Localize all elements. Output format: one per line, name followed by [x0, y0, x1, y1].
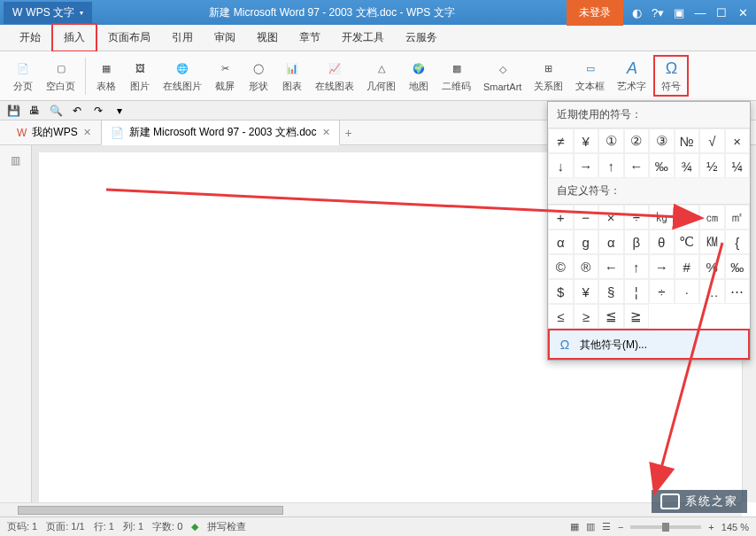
tab-mywps[interactable]: W 我的WPS ✕	[7, 120, 101, 145]
symbol-cell[interactable]: α	[548, 229, 574, 254]
symbol-cell[interactable]: ℃	[675, 229, 700, 254]
symbol-cell[interactable]: β	[624, 229, 650, 254]
view-outline-icon[interactable]: ☰	[602, 521, 611, 532]
more-symbols-button[interactable]: Ω 其他符号(M)...	[548, 329, 750, 360]
symbol-cell[interactable]: ®	[574, 254, 599, 279]
symbol-cell[interactable]: ≦	[598, 304, 624, 329]
close-icon[interactable]: ✕	[83, 127, 91, 138]
symbol-cell[interactable]: ①	[598, 128, 624, 153]
ribbon-symbol[interactable]: Ω符号	[653, 55, 689, 97]
symbol-cell[interactable]: ↑	[624, 254, 650, 279]
tab-document[interactable]: 📄 新建 Microsoft Word 97 - 2003 文档.doc ✕	[101, 120, 340, 145]
login-button[interactable]: 未登录	[567, 0, 623, 26]
symbol-cell[interactable]: ‰	[649, 153, 675, 178]
zoom-in-button[interactable]: +	[708, 522, 714, 532]
symbol-cell[interactable]: ×	[598, 205, 624, 229]
ribbon-wordart[interactable]: A艺术字	[612, 57, 652, 95]
symbol-cell[interactable]: ¥	[574, 279, 599, 304]
symbol-cell[interactable]: ≧	[624, 304, 650, 329]
status-pages[interactable]: 页面: 1/1	[46, 520, 84, 533]
symbol-cell[interactable]: {	[725, 229, 751, 254]
ribbon-map[interactable]: 🌍地图	[403, 57, 435, 95]
skin-icon[interactable]: ◐	[627, 4, 646, 21]
menu-insert[interactable]: 插入	[51, 23, 97, 52]
add-tab-button[interactable]: +	[345, 126, 352, 140]
print-icon[interactable]: 🖶	[27, 103, 42, 119]
symbol-cell[interactable]: №	[675, 128, 700, 153]
ribbon-online-chart[interactable]: 📈在线图表	[310, 57, 359, 95]
symbol-cell[interactable]: %	[699, 254, 725, 279]
ribbon-chart[interactable]: 📊图表	[276, 57, 308, 95]
ribbon-relation[interactable]: ⊞关系图	[528, 57, 568, 95]
preview-icon[interactable]: 🔍	[48, 103, 64, 119]
symbol-cell[interactable]: ¼	[725, 153, 751, 178]
symbol-cell[interactable]: ②	[624, 128, 650, 153]
symbol-cell[interactable]: ¦	[624, 279, 650, 304]
symbol-cell[interactable]: ¥	[574, 128, 599, 153]
menu-view[interactable]: 视图	[246, 25, 289, 50]
symbol-cell[interactable]: ©	[548, 254, 574, 279]
menu-cloud[interactable]: 云服务	[395, 25, 448, 50]
ribbon-qrcode[interactable]: ▩二维码	[436, 57, 476, 95]
minimize-button[interactable]: —	[690, 4, 710, 21]
ribbon-online-picture[interactable]: 🌐在线图片	[158, 57, 207, 95]
app-menu[interactable]: W WPS 文字 ▾	[4, 2, 92, 24]
ribbon-smartart[interactable]: ◇SmartArt	[478, 58, 527, 94]
help-icon[interactable]: ?▾	[648, 4, 667, 21]
symbol-cell[interactable]: +	[548, 205, 574, 229]
ribbon-picture[interactable]: 🖼图片	[124, 57, 156, 95]
symbol-cell[interactable]: √	[699, 128, 725, 153]
scroll-thumb[interactable]	[18, 506, 283, 515]
symbol-cell[interactable]: ×	[725, 128, 751, 153]
symbol-cell[interactable]: $	[548, 279, 574, 304]
undo-icon[interactable]: ↶	[69, 103, 85, 119]
symbol-cell[interactable]: ÷	[624, 205, 650, 229]
symbol-cell[interactable]: ‰	[725, 254, 751, 279]
save-icon[interactable]: 💾	[5, 103, 21, 119]
symbol-cell[interactable]: θ	[649, 229, 675, 254]
spellcheck-icon[interactable]: ◆	[191, 521, 198, 532]
zoom-out-button[interactable]: −	[618, 522, 623, 532]
symbol-cell[interactable]: ㎝	[699, 205, 725, 229]
symbol-cell[interactable]: →	[574, 153, 599, 178]
symbol-cell[interactable]: ㎜	[675, 205, 700, 229]
zoom-level[interactable]: 145 %	[721, 522, 749, 532]
symbol-cell[interactable]: →	[649, 254, 675, 279]
ribbon-textbox[interactable]: ▭文本框	[570, 57, 610, 95]
symbol-cell[interactable]: ÷	[649, 279, 675, 304]
symbol-cell[interactable]: ↓	[548, 153, 574, 178]
menu-chapter[interactable]: 章节	[289, 25, 331, 50]
menu-review[interactable]: 审阅	[204, 25, 246, 50]
menu-start[interactable]: 开始	[9, 25, 51, 50]
symbol-cell[interactable]: ㎏	[649, 205, 675, 229]
symbol-cell[interactable]: α	[598, 229, 624, 254]
horizontal-scrollbar[interactable]	[0, 502, 742, 517]
symbol-cell[interactable]: ·	[675, 279, 700, 304]
symbol-cell[interactable]: ←	[624, 153, 650, 178]
symbol-cell[interactable]: …	[699, 279, 725, 304]
ribbon-screenshot[interactable]: ✂截屏	[209, 57, 241, 95]
ribbon-shapes[interactable]: ◯形状	[243, 57, 274, 95]
symbol-cell[interactable]: ≥	[574, 304, 599, 329]
menu-devtools[interactable]: 开发工具	[331, 25, 395, 50]
symbol-cell[interactable]: ¾	[675, 153, 700, 178]
zoom-slider[interactable]	[630, 525, 701, 529]
symbol-cell[interactable]: ③	[649, 128, 675, 153]
ribbon-blank-page[interactable]: ▢空白页	[41, 57, 81, 95]
symbol-cell[interactable]: ≤	[548, 304, 574, 329]
status-page[interactable]: 页码: 1	[7, 520, 37, 533]
dropdown-icon[interactable]: ▾	[112, 103, 127, 119]
status-spell[interactable]: 拼写检查	[207, 520, 246, 533]
maximize-button[interactable]: ☐	[712, 4, 731, 21]
ribbon-page-break[interactable]: 📄分页	[7, 57, 39, 95]
symbol-cell[interactable]: −	[574, 205, 599, 229]
symbol-cell[interactable]: ⋯	[725, 279, 751, 304]
view-web-icon[interactable]: ▥	[586, 521, 595, 532]
status-words[interactable]: 字数: 0	[152, 520, 182, 533]
close-button[interactable]: ✕	[733, 4, 752, 21]
view-print-icon[interactable]: ▦	[570, 521, 579, 532]
nav-icon[interactable]: ▥	[11, 154, 20, 167]
symbol-cell[interactable]: #	[675, 254, 700, 279]
symbol-cell[interactable]: ←	[598, 254, 624, 279]
symbol-cell[interactable]: ㎡	[725, 205, 751, 229]
